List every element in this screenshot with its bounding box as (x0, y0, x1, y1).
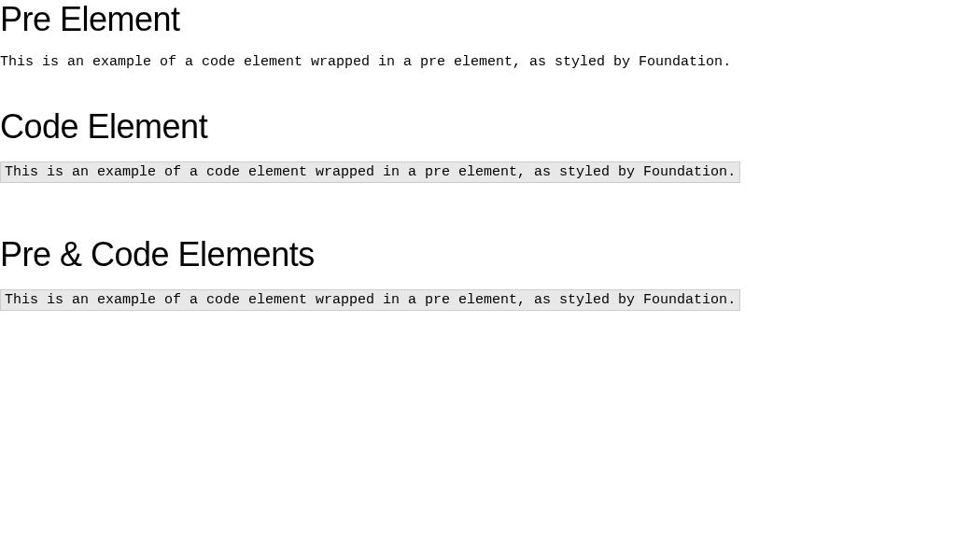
pre-code-element-example: This is an example of a code element wra… (0, 289, 956, 311)
section-code-element: Code Element This is an example of a cod… (0, 107, 956, 183)
section-pre-code-elements: Pre & Code Elements This is an example o… (0, 235, 956, 311)
pre-code-inner: This is an example of a code element wra… (0, 289, 740, 311)
section-pre-element: Pre Element This is an example of a code… (0, 0, 956, 70)
heading-code-element: Code Element (0, 107, 956, 147)
heading-pre-element: Pre Element (0, 0, 956, 39)
pre-element-example: This is an example of a code element wra… (0, 54, 956, 70)
code-element-example: This is an example of a code element wra… (0, 161, 740, 183)
heading-pre-code-elements: Pre & Code Elements (0, 235, 956, 274)
